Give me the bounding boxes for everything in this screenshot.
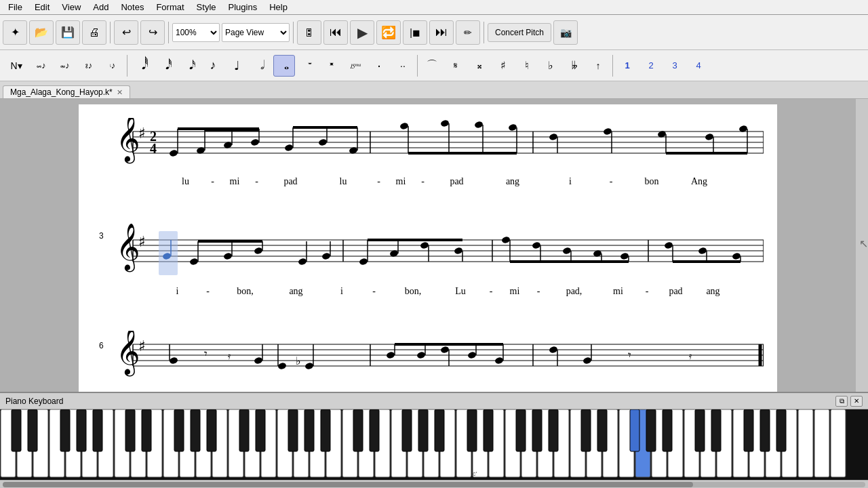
horizontal-scrollbar[interactable]	[0, 480, 868, 488]
flat-button[interactable]: ♭	[540, 55, 561, 77]
black-key-21[interactable]	[353, 409, 363, 451]
menu-view[interactable]: View	[56, 1, 86, 14]
undo-button[interactable]: ↩	[114, 20, 138, 45]
zoom-select[interactable]: 100% 75% 150%	[172, 23, 220, 42]
dur-32nd[interactable]: 𝅘𝅥𝅰	[155, 55, 176, 77]
score-area[interactable]: 𝄞 ♯ 2 4	[0, 99, 856, 392]
view-mode-select[interactable]: Page View Continuous View	[222, 23, 290, 42]
menu-format[interactable]: Format	[151, 1, 189, 14]
black-key-26[interactable]	[435, 409, 444, 451]
keyboard-container[interactable]: // This will be rendered by the browser …	[0, 409, 868, 480]
menu-style[interactable]: Style	[191, 1, 222, 14]
grace-note-acciaccatura[interactable]: 𝆘♪	[31, 55, 52, 77]
metronome-button[interactable]: |◼	[403, 20, 427, 45]
dur-8th[interactable]: ♪	[202, 55, 224, 77]
black-key-18[interactable]	[304, 409, 314, 451]
black-key-0[interactable]	[12, 409, 21, 451]
black-key-22[interactable]	[370, 409, 379, 451]
double-flat[interactable]: 𝄫	[564, 55, 585, 77]
tie-button[interactable]: ⌒	[421, 55, 443, 77]
black-key-14[interactable]	[239, 409, 249, 451]
black-key-32[interactable]	[532, 409, 542, 451]
tab-close-button[interactable]: ✕	[117, 88, 123, 97]
print-button[interactable]: 🖨	[82, 20, 106, 45]
dur-half[interactable]: 𝅗𝅥	[250, 55, 271, 77]
scrollbar-thumb[interactable]	[3, 482, 693, 487]
white-key-51[interactable]	[831, 409, 846, 477]
dot-button[interactable]: ·	[368, 55, 390, 77]
voice-3[interactable]: 3	[664, 55, 686, 77]
new-button[interactable]: ✦	[3, 20, 27, 45]
natural-button[interactable]: ♮	[516, 55, 538, 77]
black-key-39[interactable]	[646, 409, 656, 451]
grace-note-3[interactable]: 𝆛♪	[102, 55, 123, 77]
dur-64th[interactable]: 𝅘𝅥𝅱	[131, 55, 153, 77]
piano-close-button[interactable]: ✕	[850, 396, 863, 407]
dur-16th[interactable]: 𝅘𝅥𝅯	[178, 55, 200, 77]
edit-mode-button[interactable]: ✏	[456, 20, 480, 45]
voice-1[interactable]: 1	[616, 55, 638, 77]
black-key-46[interactable]	[760, 409, 770, 451]
double-dot-button[interactable]: ··	[392, 55, 414, 77]
black-key-25[interactable]	[418, 409, 428, 451]
menu-add[interactable]: Add	[87, 1, 114, 14]
black-key-8[interactable]	[142, 409, 151, 451]
dur-quarter[interactable]: ♩	[226, 55, 248, 77]
double-sharp[interactable]: 𝄪	[469, 55, 490, 77]
menu-plugins[interactable]: Plugins	[223, 1, 263, 14]
black-key-17[interactable]	[288, 409, 298, 451]
black-key-45[interactable]	[744, 409, 753, 451]
black-key-47[interactable]	[776, 409, 786, 451]
save-button[interactable]: 💾	[56, 20, 80, 45]
black-key-1[interactable]	[28, 409, 37, 451]
mixer-button[interactable]: 🎛	[297, 20, 321, 45]
voice-4[interactable]: 4	[688, 55, 709, 77]
black-key-11[interactable]	[191, 409, 200, 451]
flip-button[interactable]: 𝄋	[445, 55, 467, 77]
black-key-3[interactable]	[60, 409, 70, 451]
scrollbar-track[interactable]	[3, 482, 865, 487]
rest-button[interactable]: 𝄻	[297, 55, 319, 77]
grace-note-2[interactable]: 𝆚♪	[78, 55, 100, 77]
menu-file[interactable]: File	[3, 1, 28, 14]
black-key-24[interactable]	[402, 409, 412, 451]
black-key-7[interactable]	[125, 409, 135, 451]
black-key-29[interactable]	[484, 409, 493, 451]
menu-help[interactable]: Help	[264, 1, 293, 14]
up-arrow[interactable]: ↑	[587, 55, 609, 77]
play-button[interactable]: ▶	[350, 20, 374, 45]
black-key-43[interactable]	[711, 409, 721, 451]
skip-end-button[interactable]: ⏭	[429, 20, 454, 45]
black-key-40[interactable]	[663, 409, 672, 451]
redo-button[interactable]: ↪	[140, 20, 165, 45]
voice-2[interactable]: 2	[640, 55, 662, 77]
black-key-36[interactable]	[597, 409, 607, 451]
note-input-toggle[interactable]: N▾	[4, 55, 28, 77]
white-key-49[interactable]	[798, 409, 813, 477]
black-key-15[interactable]	[256, 409, 265, 451]
black-key-4[interactable]	[77, 409, 86, 451]
loop-button[interactable]: 🔁	[376, 20, 401, 45]
black-key-5[interactable]	[93, 409, 102, 451]
black-key-28[interactable]	[467, 409, 477, 451]
rewind-button[interactable]: ⏮	[323, 20, 348, 45]
longa-button[interactable]: 𝄸	[344, 55, 366, 77]
score-tab[interactable]: Mga_Alaga_Kong_Hayop.k* ✕	[3, 85, 130, 98]
open-button[interactable]: 📂	[29, 20, 54, 45]
black-key-35[interactable]	[581, 409, 591, 451]
sharp-button[interactable]: ♯	[492, 55, 514, 77]
grace-note-appoggiatura[interactable]: 𝆙♪	[54, 55, 76, 77]
black-key-19[interactable]	[321, 409, 330, 451]
black-key-12[interactable]	[207, 409, 216, 451]
concert-pitch-button[interactable]: Concert Pitch	[488, 23, 551, 42]
dur-whole[interactable]: 𝅝	[273, 55, 295, 77]
black-key-38[interactable]	[630, 409, 639, 451]
white-key-50[interactable]	[814, 409, 829, 477]
black-key-42[interactable]	[695, 409, 705, 451]
menu-notes[interactable]: Notes	[115, 1, 149, 14]
black-key-31[interactable]	[516, 409, 526, 451]
black-key-10[interactable]	[174, 409, 184, 451]
menu-edit[interactable]: Edit	[29, 1, 55, 14]
screenshot-button[interactable]: 📷	[553, 20, 578, 45]
black-key-33[interactable]	[549, 409, 558, 451]
